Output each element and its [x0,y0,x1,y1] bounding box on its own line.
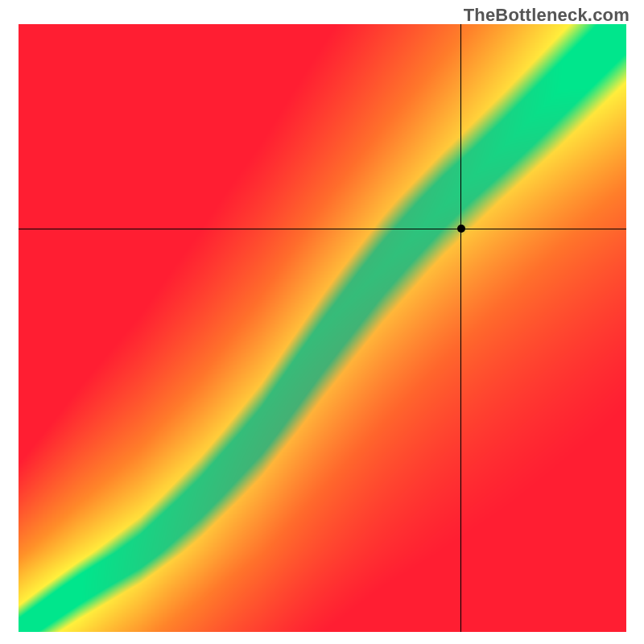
crosshair-horizontal [19,229,626,229]
chart-container: TheBottleneck.com [0,0,644,644]
crosshair-marker [457,225,465,233]
heatmap-canvas [19,24,626,632]
heatmap-plot [19,24,626,632]
attribution-text: TheBottleneck.com [464,5,630,26]
crosshair-vertical [460,24,461,632]
